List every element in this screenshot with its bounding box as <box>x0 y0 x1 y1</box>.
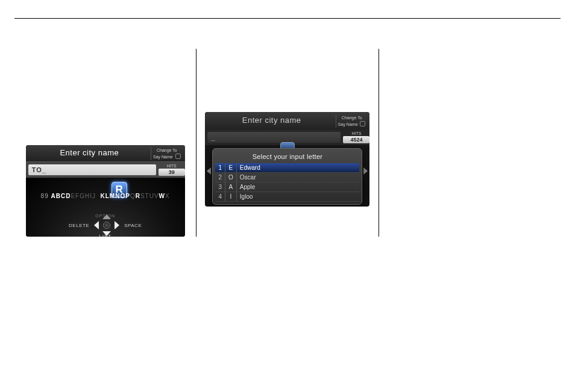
letter-arc[interactable]: 89 ABCDEFGHIJ KLMNOPQRSTUVWX <box>26 193 185 199</box>
mic-icon <box>175 154 181 159</box>
arrow-right-icon <box>115 221 119 229</box>
mic-icon <box>360 121 365 126</box>
screen-title: Enter city name <box>207 114 335 125</box>
phonetic-letter-table: 1 E Edward 2 O Oscar 3 A Apple <box>215 163 359 202</box>
arrow-up-icon <box>102 214 111 219</box>
nav-screen-enter-city-wheel: Enter city name Change To Say Name TO_ H… <box>26 145 185 237</box>
modal-title: Select your input letter <box>215 151 359 163</box>
joystick-control[interactable] <box>93 214 121 236</box>
city-name-input[interactable]: _ <box>207 132 341 143</box>
hits-box: HITS 4524 <box>343 131 369 143</box>
table-row[interactable]: 4 I Igloo <box>215 192 359 202</box>
table-row[interactable]: 1 E Edward <box>215 163 359 173</box>
list-button[interactable]: LIST <box>99 234 112 237</box>
delete-button[interactable]: DELETE <box>69 223 89 228</box>
city-name-input[interactable]: TO_ <box>28 164 156 175</box>
select-input-letter-modal: Select your input letter 1 E Edward 2 O … <box>212 148 362 205</box>
space-button[interactable]: SPACE <box>124 223 142 228</box>
change-to-say-name-button[interactable]: Change To Say Name <box>336 114 368 128</box>
table-row[interactable]: 3 A Apple <box>215 182 359 192</box>
joystick-center-icon <box>103 222 110 229</box>
change-to-say-name-button[interactable]: Change To Say Name <box>151 147 183 160</box>
arrow-left-icon[interactable] <box>207 167 211 175</box>
nav-screen-select-input-letter: Enter city name Change To Say Name _ HIT… <box>205 112 369 207</box>
hits-count: 4524 <box>343 136 369 143</box>
arrow-right-icon[interactable] <box>363 167 368 175</box>
top-rule <box>14 18 561 19</box>
table-row[interactable]: 2 O Oscar <box>215 173 359 182</box>
screen-title: Enter city name <box>28 147 151 157</box>
hits-count: 39 <box>159 169 185 176</box>
arrow-left-icon <box>94 221 99 229</box>
hits-box: HITS 39 <box>159 164 185 176</box>
